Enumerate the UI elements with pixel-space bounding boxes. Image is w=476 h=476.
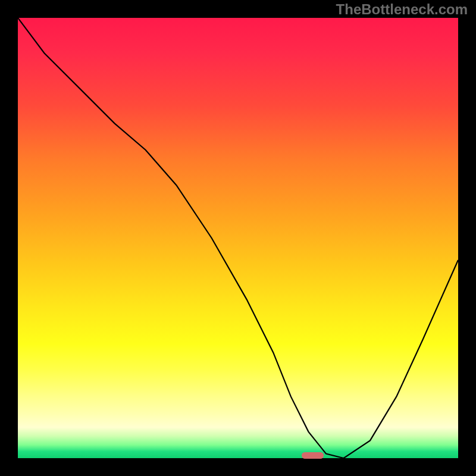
chart-container: TheBottleneck.com: [0, 0, 476, 476]
plot-area: [18, 18, 458, 458]
optimal-marker: [302, 452, 324, 458]
watermark-text: TheBottleneck.com: [336, 1, 468, 18]
gradient-background: [18, 18, 458, 458]
